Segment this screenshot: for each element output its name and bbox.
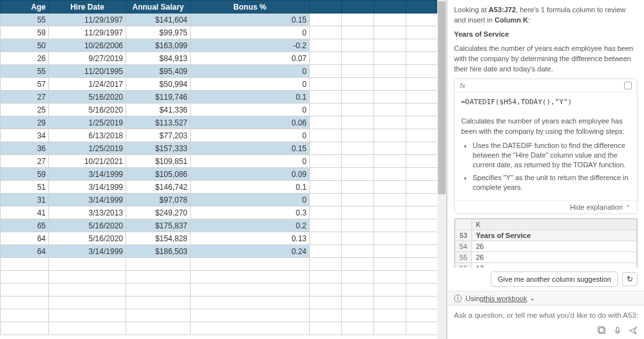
cell[interactable] (342, 116, 374, 129)
cell[interactable]: $141,604 (126, 14, 191, 26)
table-row[interactable]: 346/13/2018$77,2030 (1, 129, 448, 142)
cell[interactable] (374, 39, 406, 52)
cell[interactable] (310, 219, 342, 232)
cell[interactable] (342, 91, 374, 104)
cell[interactable] (374, 219, 406, 232)
cell[interactable] (342, 258, 374, 271)
col-empty[interactable] (374, 1, 406, 14)
cell[interactable] (374, 297, 406, 309)
table-row[interactable] (1, 309, 448, 322)
send-icon[interactable] (629, 326, 638, 335)
cell[interactable]: $99,975 (126, 26, 191, 39)
cell[interactable]: 57 (1, 78, 49, 91)
table-row[interactable]: 5010/26/2006$163,099-0.2 (1, 39, 448, 52)
cell[interactable] (406, 78, 439, 91)
cell[interactable]: 11/20/1995 (49, 65, 126, 78)
cell[interactable]: 3/14/1999 (49, 168, 126, 181)
cell[interactable]: 0.1 (191, 91, 310, 104)
cell[interactable] (406, 322, 439, 335)
cell[interactable] (374, 232, 406, 245)
cell[interactable]: 27 (1, 91, 49, 104)
cell[interactable]: 59 (1, 26, 49, 39)
cell[interactable] (374, 322, 406, 335)
cell[interactable]: $154,828 (126, 232, 191, 245)
cell[interactable]: 27 (1, 155, 49, 168)
cell[interactable] (126, 309, 191, 322)
cell[interactable] (126, 258, 191, 271)
cell[interactable] (126, 284, 191, 297)
cell[interactable] (310, 322, 342, 335)
cell[interactable]: 3/14/1999 (49, 245, 126, 258)
cell[interactable] (342, 245, 374, 258)
cell[interactable] (126, 322, 191, 335)
cell[interactable] (310, 104, 342, 116)
cell[interactable] (342, 155, 374, 168)
cell[interactable]: 50 (1, 39, 49, 52)
cell[interactable] (406, 91, 439, 104)
cell[interactable]: 26 (1, 52, 49, 65)
cell[interactable] (342, 181, 374, 194)
cell[interactable] (310, 91, 342, 104)
cell[interactable] (342, 39, 374, 52)
cell[interactable] (406, 232, 439, 245)
cell[interactable] (374, 65, 406, 78)
table-row[interactable]: 313/14/1999$97,0780 (1, 194, 448, 206)
cell[interactable]: 0 (191, 104, 310, 116)
cell[interactable]: $163,099 (126, 39, 191, 52)
cell[interactable] (374, 271, 406, 284)
cell[interactable] (191, 297, 310, 309)
cell[interactable] (191, 271, 310, 284)
table-row[interactable]: 645/16/2020$154,8280.13 (1, 232, 448, 245)
cell[interactable] (374, 309, 406, 322)
cell[interactable] (1, 271, 49, 284)
cell[interactable] (310, 52, 342, 65)
cell[interactable] (374, 104, 406, 116)
cell[interactable]: 0.15 (191, 142, 310, 155)
reference-link[interactable]: this workbook (484, 295, 527, 302)
hide-explanation-toggle[interactable]: Hide explanation (455, 200, 637, 214)
cell[interactable] (406, 104, 439, 116)
cell[interactable] (374, 26, 406, 39)
col-bonus[interactable]: Bonus % (191, 1, 310, 14)
cell[interactable] (342, 14, 374, 26)
cell[interactable] (406, 206, 439, 219)
cell[interactable]: 0.3 (191, 206, 310, 219)
cell[interactable] (310, 78, 342, 91)
cell[interactable] (342, 142, 374, 155)
cell[interactable] (310, 232, 342, 245)
cell[interactable]: 31 (1, 194, 49, 206)
cell[interactable]: 1/24/2017 (49, 78, 126, 91)
cell[interactable]: $84,913 (126, 52, 191, 65)
cell[interactable]: 3/13/2013 (49, 206, 126, 219)
cell[interactable] (49, 271, 126, 284)
cell[interactable]: 0.13 (191, 232, 310, 245)
cell[interactable] (342, 26, 374, 39)
cell[interactable] (406, 168, 439, 181)
cell[interactable] (1, 309, 49, 322)
cell[interactable]: $157,333 (126, 142, 191, 155)
cell[interactable] (342, 284, 374, 297)
cell[interactable] (406, 14, 439, 26)
cell[interactable] (310, 142, 342, 155)
cell[interactable] (1, 297, 49, 309)
table-row[interactable]: 571/24/2017$50,9940 (1, 78, 448, 91)
cell[interactable]: 0.09 (191, 168, 310, 181)
cell[interactable]: 5/16/2020 (49, 91, 126, 104)
copy-icon[interactable] (624, 82, 632, 89)
cell[interactable] (49, 284, 126, 297)
col-empty[interactable] (310, 1, 342, 14)
col-age[interactable]: Age (1, 1, 49, 14)
cell[interactable] (342, 129, 374, 142)
table-row[interactable]: 2710/21/2021$109,8510 (1, 155, 448, 168)
cell[interactable] (406, 52, 439, 65)
col-annual-salary[interactable]: Annual Salary (126, 1, 191, 14)
cell[interactable]: 0.15 (191, 14, 310, 26)
cell[interactable]: 55 (1, 14, 49, 26)
cell[interactable]: 5/16/2020 (49, 104, 126, 116)
spreadsheet-area[interactable]: Age Hire Date Annual Salary Bonus % 5511… (0, 0, 447, 339)
cell[interactable] (374, 91, 406, 104)
cell[interactable] (1, 322, 49, 335)
cell[interactable] (406, 194, 439, 206)
cell[interactable] (374, 206, 406, 219)
cell[interactable]: 0 (191, 155, 310, 168)
